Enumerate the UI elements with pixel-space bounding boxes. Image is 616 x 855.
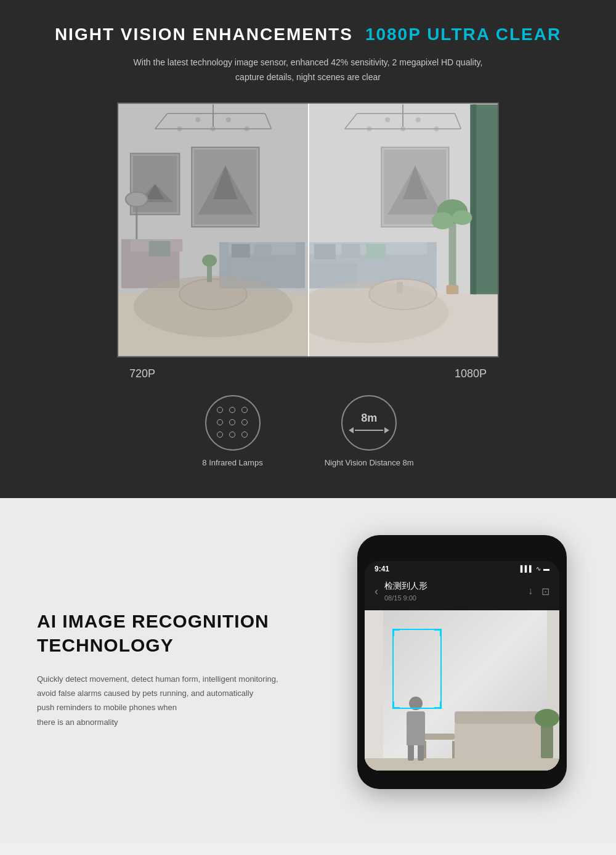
person-legs — [402, 745, 429, 761]
nav-title-text: 检测到人形 — [384, 581, 428, 592]
dot-center — [229, 419, 235, 425]
infrared-dots-icon — [217, 407, 249, 439]
main-title: NIGHT VISION ENHANCEMENTS — [55, 25, 353, 44]
svg-point-33 — [202, 254, 217, 266]
phone-screen: 9:41 ▌▌▌ ∿ ▬ ‹ 检测到人形 08/15 9:00 ↓ — [365, 561, 559, 771]
svg-rect-36 — [254, 243, 272, 257]
comparison-image — [118, 104, 498, 356]
distance-arrow — [349, 427, 389, 433]
night-vision-distance-item: 8m Night Vision Distance 8m — [325, 395, 414, 467]
label-1080p: 1080P — [455, 367, 487, 380]
nav-subtitle-text: 08/15 9:00 — [384, 594, 416, 602]
distance-icon-circle: 8m — [341, 395, 397, 451]
person-leg-left — [408, 745, 414, 761]
ai-title: AI IMAGE RECOGNITIONTECHNOLOGY — [37, 609, 320, 657]
infrared-label: 8 Infrared Lamps — [202, 458, 262, 467]
resolution-labels: 720P 1080P — [117, 367, 499, 380]
dot-2 — [229, 407, 235, 413]
svg-point-31 — [134, 276, 293, 337]
comparison-divider — [308, 104, 309, 356]
svg-rect-30 — [296, 242, 305, 288]
night-vision-subtitle: With the latest technology image sensor,… — [12, 55, 604, 85]
person-leg-right — [418, 745, 424, 761]
arrow-left-icon — [349, 427, 354, 433]
image-1080p — [308, 104, 498, 356]
svg-rect-62 — [366, 243, 386, 259]
svg-rect-61 — [342, 243, 360, 257]
svg-point-7 — [226, 117, 231, 122]
svg-point-22 — [126, 192, 148, 207]
dot-6 — [241, 419, 248, 425]
person-body — [407, 711, 425, 745]
night-vision-section: NIGHT VISION ENHANCEMENTS 1080P ULTRA CL… — [0, 0, 616, 498]
distance-value: 8m — [361, 412, 377, 425]
dot-3 — [241, 407, 248, 413]
phone-container: 9:41 ▌▌▌ ∿ ▬ ‹ 检测到人形 08/15 9:00 ↓ — [345, 535, 579, 789]
distance-icon: 8m — [349, 412, 389, 433]
svg-point-42 — [385, 117, 390, 122]
status-icons: ▌▌▌ ∿ ▬ — [521, 565, 549, 572]
svg-rect-34 — [149, 240, 171, 256]
phone-bg — [365, 610, 559, 771]
svg-point-68 — [452, 210, 472, 225]
highlight-title: 1080P ULTRA CLEAR — [365, 25, 561, 44]
room-left-svg — [118, 104, 308, 356]
nav-icons-right: ↓ ⊡ — [528, 586, 549, 597]
phone-plant — [541, 721, 553, 758]
svg-rect-50 — [473, 104, 498, 294]
download-icon[interactable]: ↓ — [528, 586, 533, 597]
arrow-line — [355, 430, 383, 431]
room-right-svg — [308, 104, 498, 356]
dot-4 — [217, 419, 223, 425]
corner-tl — [392, 629, 400, 636]
phone-mockup: 9:41 ▌▌▌ ∿ ▬ ‹ 检测到人形 08/15 9:00 ↓ — [357, 535, 567, 789]
phone-sofa — [455, 721, 541, 758]
infrared-icon-circle — [205, 395, 261, 451]
phone-camera-view — [365, 610, 559, 771]
ai-detection-box — [392, 629, 442, 709]
corner-bl — [392, 702, 400, 709]
night-vision-title-row: NIGHT VISION ENHANCEMENTS 1080P ULTRA CL… — [12, 25, 604, 44]
corner-br — [434, 702, 442, 709]
infrared-lamps-item: 8 Infrared Lamps — [202, 395, 262, 467]
svg-point-67 — [432, 212, 454, 229]
dot-9 — [241, 432, 248, 438]
phone-status-bar: 9:41 ▌▌▌ ∿ ▬ — [365, 561, 559, 576]
dot-8 — [229, 432, 235, 438]
svg-rect-58 — [428, 242, 437, 288]
image-720p — [118, 104, 308, 356]
battery-icon: ▬ — [543, 565, 549, 572]
corner-tr — [434, 629, 442, 636]
phone-nav-bar: ‹ 检测到人形 08/15 9:00 ↓ ⊡ — [365, 576, 559, 607]
dot-1 — [217, 407, 223, 413]
ai-text-block: AI IMAGE RECOGNITIONTECHNOLOGY Quickly d… — [37, 535, 320, 730]
signal-icon: ▌▌▌ — [521, 565, 533, 572]
dot-7 — [217, 432, 223, 438]
svg-point-44 — [416, 117, 421, 122]
phone-floor — [365, 758, 559, 771]
screenshot-icon[interactable]: ⊡ — [541, 586, 549, 597]
wifi-icon: ∿ — [536, 565, 541, 572]
svg-point-5 — [195, 117, 200, 122]
feature-icons-row: 8 Infrared Lamps 8m Night Vision Distanc… — [12, 395, 604, 467]
label-720p: 720P — [129, 367, 155, 380]
phone-notch — [431, 545, 493, 558]
ai-description: Quickly detect movement, detect human fo… — [37, 672, 320, 730]
svg-rect-60 — [314, 243, 336, 259]
back-arrow-icon[interactable]: ‹ — [375, 585, 378, 598]
nav-title-block: 检测到人形 08/15 9:00 — [384, 581, 428, 603]
svg-rect-35 — [232, 243, 250, 257]
status-time: 9:41 — [375, 565, 389, 573]
arrow-right-icon — [384, 427, 389, 433]
comparison-image-container — [117, 102, 499, 358]
curtain-left — [365, 610, 383, 771]
ai-section: AI IMAGE RECOGNITIONTECHNOLOGY Quickly d… — [0, 498, 616, 843]
svg-rect-69 — [447, 285, 459, 294]
svg-rect-51 — [470, 104, 476, 294]
distance-label: Night Vision Distance 8m — [325, 458, 414, 467]
svg-rect-25 — [121, 239, 131, 287]
